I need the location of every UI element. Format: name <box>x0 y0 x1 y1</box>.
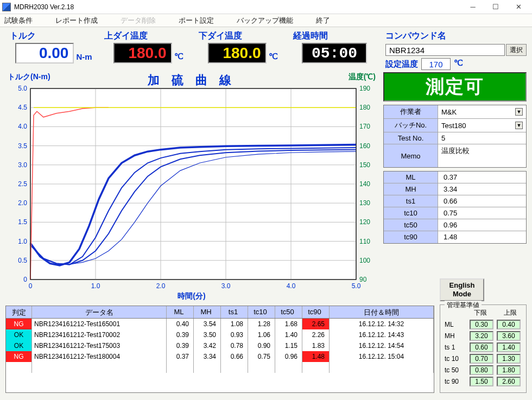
result-label: tc90 <box>384 231 438 243</box>
upper-die-unit: ℃ <box>174 52 183 64</box>
svg-text:3.5: 3.5 <box>18 142 27 150</box>
result-row: tc500.96 <box>384 219 526 231</box>
result-label: MH <box>384 183 438 195</box>
svg-text:4.0: 4.0 <box>18 123 27 130</box>
limits-row: tc 901.502.60 <box>445 377 522 386</box>
batch-combo[interactable]: Test180 ▼ <box>438 119 526 132</box>
result-table: ML0.37MH3.34ts10.66tc100.75tc500.96tc901… <box>383 171 527 244</box>
operator-combo[interactable]: M&K ▼ <box>438 105 526 118</box>
torque-label: トルク <box>8 30 36 42</box>
limits-high[interactable]: 2.60 <box>497 377 521 386</box>
settemp-value[interactable]: 170 <box>421 58 451 70</box>
history-cell: 0.93 <box>221 329 248 340</box>
result-value: 0.75 <box>438 207 526 219</box>
lower-die-label: 下ダイ温度 <box>197 30 242 42</box>
memo-value[interactable]: 温度比較 <box>438 144 526 167</box>
titlebar: MDRH2030 Ver.2.18 ─ ☐ ✕ <box>0 0 532 14</box>
result-value: 0.66 <box>438 195 526 207</box>
history-header-cell[interactable]: tc90 <box>302 306 330 318</box>
history-cell: 16.12.12. 14:43 <box>330 329 434 340</box>
torque-value: 0.00 <box>15 43 74 64</box>
batch-label: バッチNo. <box>384 119 438 132</box>
side-panel: 測定可 作業者 M&K ▼ バッチNo. Test180 ▼ Test No. … <box>383 72 527 301</box>
svg-text:0: 0 <box>29 282 33 290</box>
history-cell: 1.83 <box>302 340 330 351</box>
limits-row: ts 10.601.40 <box>445 342 522 352</box>
result-label: ML <box>384 172 438 183</box>
svg-text:90: 90 <box>359 276 367 283</box>
history-cell: 0.75 <box>248 351 275 362</box>
table-row[interactable]: OKNBR1234161212-Test1700020.393.500.931.… <box>6 329 434 340</box>
compound-panel: コンパウンド名 NBR1234 選択 設定温度 170 ℃ <box>385 30 527 70</box>
settemp-unit: ℃ <box>454 58 463 70</box>
result-value: 3.34 <box>438 183 526 195</box>
history-cell: 1.28 <box>248 319 275 329</box>
history-cell: 3.54 <box>194 319 221 329</box>
svg-text:2.0: 2.0 <box>156 282 166 290</box>
history-header-cell[interactable]: tc10 <box>248 306 275 318</box>
limits-low[interactable]: 0.70 <box>470 354 493 364</box>
table-row[interactable]: NGNBR1234161212-Test1650010.403.541.081.… <box>6 319 434 329</box>
lower-die-value: 180.0 <box>208 43 267 64</box>
history-cell: 16.12.12. 15:04 <box>330 351 434 362</box>
limits-title: 管理基準値 <box>445 301 482 310</box>
history-header-cell[interactable]: データ名 <box>32 306 167 318</box>
svg-text:140: 140 <box>359 180 370 188</box>
history-cell: NBR1234161212-Test180004 <box>32 351 167 362</box>
limits-high[interactable]: 1.30 <box>497 354 521 364</box>
svg-text:3.0: 3.0 <box>221 282 231 290</box>
operator-label: 作業者 <box>384 105 438 118</box>
limits-label: tc 10 <box>445 355 466 363</box>
history-cell: NG <box>6 351 32 362</box>
history-cell: 3.42 <box>194 340 221 351</box>
history-cell: NBR1234161212-Test175003 <box>32 340 167 351</box>
history-header-cell[interactable]: ML <box>167 306 194 318</box>
history-header-cell[interactable]: ts1 <box>221 306 248 318</box>
history-cell: 1.48 <box>302 351 330 362</box>
table-row[interactable]: NGNBR1234161212-Test1800040.373.340.660.… <box>6 351 434 362</box>
history-header-cell[interactable]: 判定 <box>6 306 32 318</box>
english-mode-button[interactable]: EnglishMode <box>440 278 484 301</box>
upper-die-value: 180.0 <box>113 43 172 64</box>
svg-text:0.5: 0.5 <box>18 257 27 264</box>
history-header-cell[interactable]: MH <box>194 306 221 318</box>
menu-item-5[interactable]: 終了 <box>316 16 330 26</box>
lower-die-unit: ℃ <box>269 52 278 64</box>
menu-item-2: データ削除 <box>121 16 156 26</box>
limits-label: ML <box>445 321 466 328</box>
svg-text:3.0: 3.0 <box>18 161 27 169</box>
history-cell: OK <box>6 329 32 340</box>
limits-high[interactable]: 0.40 <box>497 320 521 329</box>
history-table: 判定データ名MLMHts1tc10tc50tc90日付＆時間NGNBR12341… <box>5 306 434 393</box>
svg-text:5.0: 5.0 <box>352 282 361 290</box>
history-header-cell[interactable]: 日付＆時間 <box>330 306 434 318</box>
compound-select-button[interactable]: 選択 <box>506 44 527 56</box>
limits-high[interactable]: 3.60 <box>497 331 521 341</box>
maximize-button[interactable]: ☐ <box>484 0 507 14</box>
menu-item-3[interactable]: ポート設定 <box>179 16 214 26</box>
close-button[interactable]: ✕ <box>507 0 530 14</box>
menu-item-1[interactable]: レポート作成 <box>55 16 98 26</box>
compound-name-field[interactable]: NBR1234 <box>385 44 505 56</box>
elapsed-block: 経過時間 05:00 <box>291 30 378 64</box>
limits-row: ML0.300.40 <box>445 320 522 329</box>
menu-item-4[interactable]: バックアップ機能 <box>237 16 293 26</box>
limits-high[interactable]: 1.80 <box>497 365 521 375</box>
testno-value[interactable]: 5 <box>438 132 526 144</box>
menu-item-0[interactable]: 試験条件 <box>4 16 33 26</box>
table-row[interactable]: OKNBR1234161212-Test1750030.393.420.780.… <box>6 340 434 351</box>
limits-low[interactable]: 0.60 <box>470 342 493 352</box>
limits-low[interactable]: 0.30 <box>470 320 493 329</box>
history-header-cell[interactable]: tc50 <box>275 306 302 318</box>
result-value: 1.48 <box>438 231 526 243</box>
svg-text:120: 120 <box>359 218 370 226</box>
chart-xlabel: 時間(分) <box>5 291 378 301</box>
limits-high[interactable]: 1.40 <box>497 342 521 352</box>
minimize-button[interactable]: ─ <box>461 0 484 14</box>
elapsed-value: 05:00 <box>302 43 367 64</box>
limits-low[interactable]: 3.20 <box>470 331 493 341</box>
history-cell: NG <box>6 319 32 329</box>
limits-low[interactable]: 0.80 <box>470 365 493 375</box>
limits-row: tc 500.801.80 <box>445 365 522 375</box>
limits-low[interactable]: 1.50 <box>470 377 493 386</box>
